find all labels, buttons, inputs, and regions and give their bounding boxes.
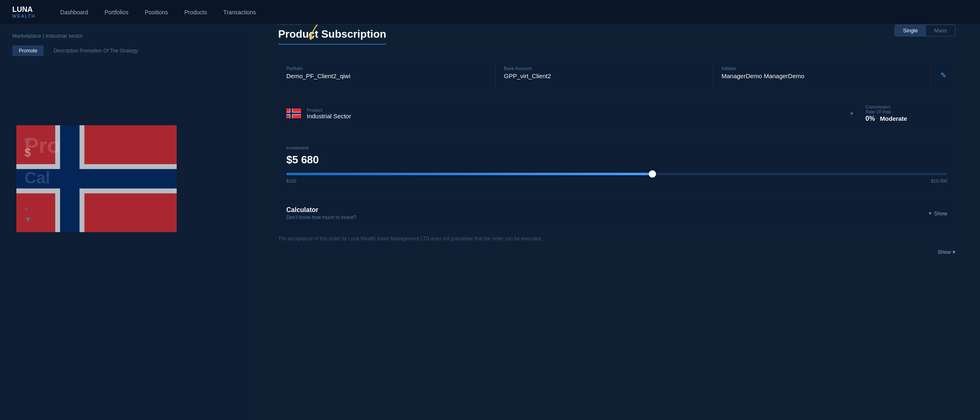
product-norway-flag-icon xyxy=(286,108,301,119)
calculator-section[interactable]: Calculator Don't know how much to invest… xyxy=(278,200,955,227)
nav-products[interactable]: Products xyxy=(184,9,207,16)
product-info: Product Industrial Sector xyxy=(307,108,838,120)
bank-account-field: Bank Account GPP_virt_Client2 xyxy=(496,61,713,90)
mode-single-button[interactable]: Single xyxy=(895,25,926,36)
investment-section: Investment $5 680 $100 $10 000 xyxy=(278,137,955,192)
slider-max: $10 000 xyxy=(931,178,947,183)
yo-label: Y xyxy=(25,207,27,212)
mode-mass-button[interactable]: Mass xyxy=(926,25,955,36)
account-row: Portfolio Demo_PF_Client2_qiwi Bank Acco… xyxy=(278,61,955,90)
show-label: Show xyxy=(934,210,947,217)
nav-transactions[interactable]: Transactions xyxy=(223,9,256,16)
show-more-button[interactable]: Show ▾ xyxy=(278,249,955,255)
initiator-label: Initiator xyxy=(722,66,922,71)
show-more-label: Show xyxy=(937,249,951,255)
tab-bar: Promote Description Promotion Of The Str… xyxy=(12,45,241,56)
portfolio-value: Demo_PF_Client2_qiwi xyxy=(286,72,487,79)
initiator-field: Initiator ManagerDemo ManagerDemo xyxy=(713,61,931,90)
breadcrumb: Marketplace | industrial sector xyxy=(12,33,241,39)
chevron-down-2-icon: ▾ xyxy=(953,249,955,255)
left-content: Marketplace | industrial sector Promote … xyxy=(0,25,254,420)
tab-promote[interactable]: Promote xyxy=(12,45,44,56)
product-label: Product xyxy=(307,108,838,113)
commission-label: Commission xyxy=(865,104,947,109)
logo-name: LUNA xyxy=(12,6,36,14)
slider-container xyxy=(286,173,947,175)
commission-pct: 0% xyxy=(865,115,875,122)
investment-amount: $5 680 xyxy=(286,154,947,166)
chevron-down-icon: ▾ xyxy=(929,210,931,216)
disclaimer: The acceptance of this order by Luna Wea… xyxy=(278,235,955,242)
tab-description[interactable]: Description Promotion Of The Strategy xyxy=(47,45,144,56)
logo-tagline: WEALTH xyxy=(12,14,36,18)
lo-value: $ xyxy=(25,146,31,159)
nav-portfolios[interactable]: Portfolios xyxy=(105,9,128,16)
product-name: Industrial Sector xyxy=(307,113,838,120)
commission-values: 0% Moderate xyxy=(865,115,947,122)
investment-label: Investment xyxy=(286,145,947,150)
calculator-subtitle: Don't know how much to invest? xyxy=(286,215,357,220)
initiator-value: ManagerDemo ManagerDemo xyxy=(722,72,922,79)
modal-content: New Order Product Subscription Single Ma… xyxy=(254,0,980,420)
nav-positions[interactable]: Positions xyxy=(145,9,168,16)
order-header: New Order Product Subscription xyxy=(278,20,955,57)
product-chevron-icon: ▾ xyxy=(850,110,853,117)
risk-level: Moderate xyxy=(880,115,907,122)
portfolio-field: Portfolio Demo_PF_Client2_qiwi xyxy=(278,61,496,90)
edit-icon: ✎ xyxy=(940,71,946,80)
slider-range: $100 $10 000 xyxy=(286,178,947,183)
mode-toggle: Single Mass xyxy=(895,25,955,36)
calculator-info: Calculator Don't know how much to invest… xyxy=(286,206,357,220)
bank-account-label: Bank Account xyxy=(504,66,705,71)
product-row[interactable]: Product Industrial Sector ▾ Commission R… xyxy=(278,98,955,129)
calculator-title: Calculator xyxy=(286,206,357,214)
nav-dashboard[interactable]: Dashboard xyxy=(60,9,88,16)
commission-block: Commission Rate Of Risk 0% Moderate xyxy=(865,104,947,122)
portfolio-label: Portfolio xyxy=(286,66,487,71)
product-flag-icon xyxy=(286,108,301,119)
svg-rect-10 xyxy=(286,113,301,114)
logo: LUNA WEALTH xyxy=(12,6,36,19)
rate-of-risk-label: Rate Of Risk xyxy=(865,109,947,114)
product-card: Pro Lo $ Cal Y ▼ xyxy=(12,64,241,236)
calc-label: Cal xyxy=(25,169,50,187)
top-nav: LUNA WEALTH Dashboard Portfolios Positio… xyxy=(0,0,980,25)
lo-label: Lo xyxy=(25,138,30,144)
calculator-show-button[interactable]: ▾ Show xyxy=(929,210,947,217)
slider-min: $100 xyxy=(286,178,296,183)
down-arrow-icon: ▼ xyxy=(25,215,32,224)
right-panel: ‹ New Order Product Subscription Single … xyxy=(254,0,980,420)
edit-button[interactable]: ✎ xyxy=(931,61,955,90)
bank-account-value: GPP_virt_Client2 xyxy=(504,72,705,79)
